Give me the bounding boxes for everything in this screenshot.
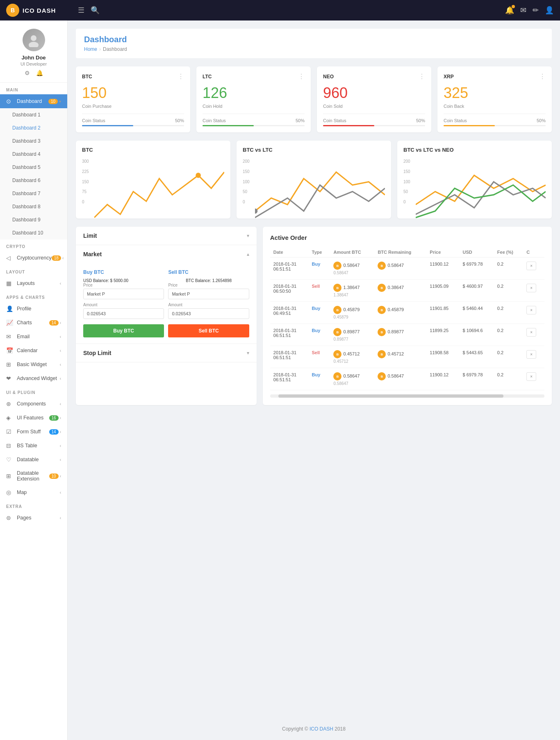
sell-amount-input[interactable] xyxy=(168,308,249,319)
order-cancel-btn[interactable]: × xyxy=(526,350,536,359)
sidebar-label-dashboard: Dashboard xyxy=(17,98,48,104)
crypto-icon: ◁ xyxy=(6,255,14,261)
cell-amount: B0.898770.89877 xyxy=(330,324,374,346)
cell-type: Sell xyxy=(309,280,330,302)
coin-badge-rem: B xyxy=(378,262,386,270)
trade-stop-limit-header[interactable]: Stop Limit ▾ xyxy=(76,344,257,362)
sell-price-row: Price xyxy=(168,283,249,299)
chart-card-btc-ltc-neo: BTC vs LTC vs NEO 200 150 100 50 0 xyxy=(397,141,552,219)
col-remaining: BTC Remaining xyxy=(374,247,426,257)
col-fee: Fee (%) xyxy=(494,247,523,257)
order-table-head: Date Type Amount BTC BTC Remaining Price… xyxy=(270,247,544,257)
charts-row: BTC 300 225 150 75 0 BTC vs LTC xyxy=(76,141,552,219)
form-stuff-icon: ☑ xyxy=(6,428,14,435)
sidebar-item-dashboard-9[interactable]: Dashboard 9 xyxy=(0,213,67,226)
crypto-badge: 18 xyxy=(52,255,61,261)
order-cancel-btn[interactable]: × xyxy=(526,306,536,314)
sidebar-item-advanced-widget[interactable]: ❤ Advanced Widget ‹ xyxy=(0,371,67,385)
bell-icon[interactable]: 🔔 xyxy=(36,70,43,76)
order-cancel-btn[interactable]: × xyxy=(526,372,536,381)
sidebar-item-dashboard-6[interactable]: Dashboard 6 xyxy=(0,174,67,187)
mail-icon[interactable]: ✉ xyxy=(520,6,526,15)
market-sell-header: Sell BTC xyxy=(168,269,249,275)
coin-btc-menu[interactable]: ⋮ xyxy=(178,73,184,80)
buy-btc-button[interactable]: Buy BTC xyxy=(83,324,164,337)
sidebar-item-dashboard-10[interactable]: Dashboard 10 xyxy=(0,226,67,239)
sidebar-item-dashboard-8[interactable]: Dashboard 8 xyxy=(0,200,67,213)
sidebar-item-charts[interactable]: 📈 Charts 14 ‹ xyxy=(0,316,67,330)
sidebar-label-basic-widget: Basic Widget xyxy=(17,362,60,367)
sidebar-item-dashboard-2[interactable]: Dashboard 2 xyxy=(0,121,67,134)
sidebar-item-ui-features[interactable]: ◈ UI Features 16 ‹ xyxy=(0,411,67,425)
coin-neo-progress xyxy=(323,125,425,126)
sidebar-item-datatable[interactable]: ♡ Datatable ‹ xyxy=(0,453,67,467)
cell-action[interactable]: × xyxy=(523,324,544,346)
order-cancel-btn[interactable]: × xyxy=(526,284,536,292)
sidebar-item-pages[interactable]: ⊜ Pages ‹ xyxy=(0,511,67,525)
cell-type: Buy xyxy=(309,324,330,346)
cell-remaining: B0.89877 xyxy=(374,324,426,346)
sidebar-item-components[interactable]: ⊛ Components ‹ xyxy=(0,397,67,411)
sidebar-item-email[interactable]: ✉ Email ‹ xyxy=(0,330,67,344)
chart-y-labels-btc-ltc-neo: 200 150 100 50 0 xyxy=(403,159,415,204)
breadcrumb-home[interactable]: Home xyxy=(84,46,97,52)
form-stuff-badge: 14 xyxy=(49,429,59,435)
search-icon[interactable]: 🔍 xyxy=(91,6,100,15)
table-row: 2018-01-3106:51:51 Buy B0.898770.89877 B… xyxy=(270,324,544,346)
sidebar-item-dashboard[interactable]: ⊙ Dashboard 10 ▾ xyxy=(0,94,67,108)
cell-action[interactable]: × xyxy=(523,368,544,390)
cell-action[interactable]: × xyxy=(523,346,544,368)
sidebar-item-bs-table[interactable]: ⊟ BS Table ‹ xyxy=(0,439,67,453)
sidebar-item-profile[interactable]: 👤 Profile xyxy=(0,302,67,316)
sidebar-item-dashboard-5[interactable]: Dashboard 5 xyxy=(0,161,67,174)
cell-action[interactable]: × xyxy=(523,302,544,324)
buy-price-input[interactable] xyxy=(83,289,164,299)
datatable-arrow: ‹ xyxy=(60,458,61,462)
coin-ltc-status: Coin Status xyxy=(203,118,226,123)
cell-price: 11900.12 xyxy=(426,257,459,280)
coin-xrp-footer: Coin Status 50% xyxy=(444,114,546,123)
sidebar-item-dashboard-3[interactable]: Dashboard 3 xyxy=(0,134,67,148)
cell-date: 2018-01-3106:50:50 xyxy=(270,280,309,302)
market-buy-header: Buy BTC xyxy=(83,269,164,275)
coin-badge-rem: B xyxy=(378,306,386,314)
nav-right-icons: 🔔 ✉ ✏ 👤 xyxy=(505,6,554,15)
settings-icon[interactable]: ⚙ xyxy=(25,70,30,76)
sidebar-item-dashboard-7[interactable]: Dashboard 7 xyxy=(0,187,67,200)
edit-icon[interactable]: ✏ xyxy=(533,6,539,15)
order-cancel-btn[interactable]: × xyxy=(526,328,536,337)
cell-action[interactable]: × xyxy=(523,257,544,280)
sidebar-item-cryptocurrency[interactable]: ◁ Cryptocurrency 18 ‹ xyxy=(0,251,67,265)
order-cancel-btn[interactable]: × xyxy=(526,262,536,270)
coin-badge: B xyxy=(333,262,341,270)
basic-widget-icon: ⊞ xyxy=(6,361,14,368)
coin-xrp-menu[interactable]: ⋮ xyxy=(539,73,546,80)
sell-btc-button[interactable]: Sell BTC xyxy=(168,324,249,337)
sidebar-item-layouts[interactable]: ▦ Layouts ‹ xyxy=(0,276,67,290)
sidebar-item-map[interactable]: ◎ Map ‹ xyxy=(0,485,67,499)
sidebar-item-basic-widget[interactable]: ⊞ Basic Widget ‹ xyxy=(0,357,67,371)
sidebar-item-datatable-extension[interactable]: ⊞ Datatable Extension 10 ‹ xyxy=(0,467,67,485)
sell-price-input[interactable] xyxy=(168,289,249,299)
order-table: Date Type Amount BTC BTC Remaining Price… xyxy=(270,247,544,390)
cell-action[interactable]: × xyxy=(523,280,544,302)
layouts-arrow: ‹ xyxy=(60,281,61,286)
trade-market-header[interactable]: Market ▴ xyxy=(76,245,257,263)
sidebar-section-extra: EXTRA xyxy=(0,499,67,511)
pages-icon: ⊜ xyxy=(6,515,14,521)
coin-neo-menu[interactable]: ⋮ xyxy=(419,73,425,80)
sidebar-label-ui-features: UI Features xyxy=(17,415,49,421)
user-icon[interactable]: 👤 xyxy=(545,6,554,15)
coin-neo-name: NEO xyxy=(323,74,334,80)
coin-ltc-menu[interactable]: ⋮ xyxy=(298,73,305,80)
buy-amount-input[interactable] xyxy=(83,308,164,319)
notification-icon[interactable]: 🔔 xyxy=(505,6,514,15)
sidebar-item-calendar[interactable]: 📅 Calendar ‹ xyxy=(0,344,67,357)
sidebar-item-form-stuff[interactable]: ☑ Form Stuff 14 ‹ xyxy=(0,425,67,439)
scrollbar-area[interactable] xyxy=(270,394,544,398)
sidebar-item-dashboard-4[interactable]: Dashboard 4 xyxy=(0,148,67,161)
coin-xrp-value: 325 xyxy=(444,84,546,102)
cell-type: Buy xyxy=(309,302,330,324)
menu-icon[interactable]: ☰ xyxy=(78,6,84,15)
sidebar-item-dashboard-1[interactable]: Dashboard 1 xyxy=(0,108,67,121)
